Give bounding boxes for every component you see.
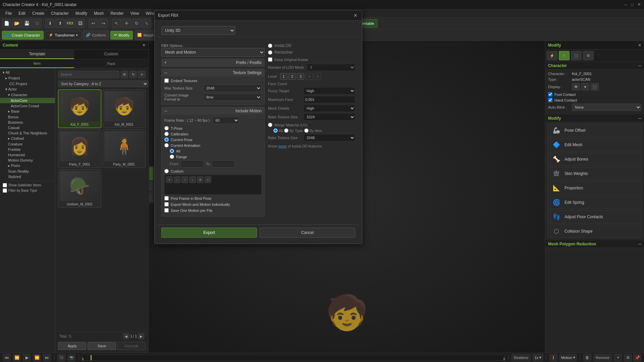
current-animation-radio[interactable] <box>164 143 169 147</box>
tree-item-creature[interactable]: Creature <box>0 141 55 147</box>
minimize-button[interactable]: ─ <box>623 2 628 7</box>
tree-item-actorcore[interactable]: ActorCore <box>0 98 55 103</box>
filter-base-type-checkbox[interactable] <box>3 188 7 193</box>
char-card-kid-m-0001[interactable]: 🧒 Kid_M_0001 <box>103 89 146 128</box>
display-eye-icon[interactable]: 👁 <box>572 83 580 90</box>
play-last-button[interactable]: ⏭ <box>43 354 51 361</box>
window-controls[interactable]: ─ □ ✕ <box>623 2 641 7</box>
fbx-options-select[interactable]: Mesh and Motion <box>161 48 265 57</box>
next-page-button[interactable]: ▶ <box>138 333 144 339</box>
save-char-button[interactable]: Save <box>88 342 116 350</box>
to-input[interactable] <box>212 160 235 168</box>
range-radio[interactable] <box>170 155 174 159</box>
redo-button[interactable]: ↪ <box>99 19 108 28</box>
keep-original-checkbox[interactable] <box>268 57 272 62</box>
play-next-button[interactable]: ⏩ <box>33 354 41 361</box>
first-frame-checkbox[interactable] <box>164 196 169 200</box>
char-card-kid-f-0001[interactable]: 🧒 Kid_F_0001 <box>58 89 101 128</box>
pose-offset-button[interactable]: 🦾 Pose Offset <box>547 124 642 137</box>
skin-weights-button[interactable]: 🕸 Skin Weights <box>547 167 642 180</box>
export-fbx-button[interactable]: Export <box>161 228 257 238</box>
prev-page-button[interactable]: ◀ <box>123 333 129 339</box>
mesh-reduction-section-header[interactable]: Mesh Polygon Reduction ─ <box>545 240 644 248</box>
tree-item-business[interactable]: Business <box>0 120 55 125</box>
custom-btn-6[interactable]: □ <box>205 176 211 183</box>
menu-view[interactable]: View <box>128 10 142 16</box>
mod-tab-character[interactable]: ⚡ <box>547 51 557 60</box>
view-toggle-button[interactable]: ≡ <box>138 71 146 78</box>
export-button[interactable]: ⬆ <box>55 19 65 28</box>
side-tab-2[interactable] <box>149 192 153 202</box>
menu-character[interactable]: Character <box>48 10 71 16</box>
bake-texture-select[interactable]: 1024 <box>304 113 355 121</box>
modify-toolbar-button[interactable]: ✏ Modify <box>110 31 133 40</box>
frame-rate-select[interactable]: 60 <box>212 117 239 124</box>
content-close-icon[interactable]: ✕ <box>142 43 146 48</box>
filter-button[interactable]: ⚙ <box>121 71 128 78</box>
level-5-button[interactable]: 5 <box>314 73 321 80</box>
edit-spring-button[interactable]: 🌀 Edit Spring <box>547 196 642 209</box>
menu-mesh[interactable]: Mesh <box>91 10 106 16</box>
merge-all-radio[interactable] <box>273 128 278 133</box>
tree-item-bonus[interactable]: Bonus <box>0 114 55 120</box>
character-section-header[interactable]: Character ─ <box>545 62 644 70</box>
hand-contact-checkbox[interactable] <box>548 98 552 102</box>
display-box-icon[interactable]: ⬛ <box>591 83 599 90</box>
num-lod-select[interactable]: 3 <box>307 64 355 71</box>
remesher-radio[interactable] <box>268 50 272 55</box>
loop-button[interactable]: ⬛ <box>57 354 65 361</box>
merge-by-item-radio[interactable] <box>304 128 309 133</box>
pin-icon[interactable]: 📌 <box>633 354 641 361</box>
maximize-button[interactable]: □ <box>630 2 635 7</box>
tab-template[interactable]: Template <box>0 50 74 59</box>
mod-tab-mesh[interactable]: ⬛ <box>571 51 582 60</box>
texture-settings-header[interactable]: ─ Texture Settings <box>162 69 264 76</box>
menu-create[interactable]: Create <box>30 10 47 16</box>
override-button[interactable]: Override <box>117 342 146 350</box>
auto-blink-select[interactable]: None <box>572 104 641 111</box>
level-1-button[interactable]: 1 <box>280 73 287 80</box>
play-prev-button[interactable]: ⏪ <box>13 354 21 361</box>
adjust-bones-button[interactable]: 🦴 Adjust Bones <box>547 153 642 166</box>
adjust-floor-contacts-button[interactable]: 👣 Adjust Floor Contacts <box>547 210 642 224</box>
tree-item-cc-project[interactable]: CC Project <box>0 81 55 86</box>
select-button[interactable]: ↖ <box>112 19 121 28</box>
play-first-button[interactable]: ⏮ <box>3 354 11 361</box>
tree-item-motion-dummy[interactable]: Motion Dummy <box>0 158 55 163</box>
tab-pack[interactable]: Pack <box>74 59 148 68</box>
tree-item-scan-reality[interactable]: Scan Reality <box>0 169 55 174</box>
remove-chevron-button[interactable]: ▾ <box>614 354 622 361</box>
edit-mesh-button[interactable]: 🔷 Edit Mesh <box>547 138 642 152</box>
level-4-button[interactable]: 4 <box>306 73 313 80</box>
morph-button[interactable]: 🔀 Morph <box>134 31 157 40</box>
tree-item-all[interactable]: ▾ All <box>0 70 55 75</box>
tree-item-actor[interactable]: ▾ Actor <box>0 86 55 92</box>
char-card-party-f-0001[interactable]: 👩 Party_F_0001 <box>58 129 101 168</box>
tree-item-stylized[interactable]: Stylized <box>0 174 55 179</box>
save-one-motion-checkbox[interactable] <box>164 208 169 213</box>
menu-file[interactable]: File <box>3 10 14 16</box>
tree-item-clothed[interactable]: ▸ Clothed <box>0 136 55 141</box>
tree-item-humanoid[interactable]: Humanoid <box>0 152 55 158</box>
fbx-button[interactable]: FBX <box>65 19 75 28</box>
play-button[interactable]: ▶ <box>23 354 31 361</box>
close-button[interactable]: ✕ <box>637 2 641 7</box>
tree-item-base[interactable]: ▸ Base <box>0 109 55 114</box>
save-button[interactable]: 💾 <box>22 19 32 28</box>
create-character-button[interactable]: 👤 Create Character <box>2 31 44 40</box>
mesh-details-select[interactable]: High <box>304 105 355 112</box>
custom-radio[interactable] <box>164 169 169 173</box>
camera-lock-button[interactable]: 📷 <box>67 354 75 361</box>
export-individually-checkbox[interactable] <box>164 202 169 206</box>
max-texture-select[interactable]: 2048 <box>203 84 262 92</box>
save-all-button[interactable]: ⬛ <box>32 19 42 28</box>
from-input[interactable] <box>180 160 204 168</box>
show-subfolder-checkbox[interactable] <box>3 183 7 187</box>
tree-item-actorcore-crowd[interactable]: ActorCore Crowd <box>0 103 55 109</box>
tree-item-casual[interactable]: Casual <box>0 125 55 130</box>
modify-section-header[interactable]: Modify ─ <box>545 115 644 122</box>
rotate-button[interactable]: ↻ <box>132 19 141 28</box>
mod-tab-pose[interactable]: 🚶 <box>559 51 570 60</box>
convert-format-select[interactable]: 8me <box>203 94 262 101</box>
realtime-button[interactable]: Realtime <box>512 354 531 361</box>
